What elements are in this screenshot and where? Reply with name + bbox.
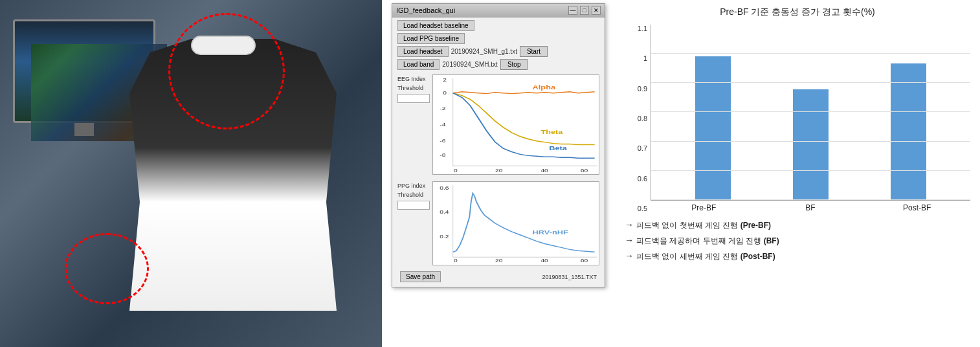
svg-text:40: 40 [540, 258, 548, 263]
arrow-icon-1: → [625, 218, 634, 233]
load-ppg-baseline-button[interactable]: Load PPG baseline [397, 33, 465, 44]
svg-text:60: 60 [581, 168, 588, 174]
x-label-pre-bf: Pre-BF [651, 203, 757, 212]
photo-section [0, 0, 382, 347]
eeg-index-row: EEG Index [397, 76, 430, 82]
minimize-button[interactable]: — [568, 6, 577, 15]
bar-group-bf [762, 25, 860, 200]
bar-post-bf [891, 63, 926, 200]
eeg-threshold-row: Threshold [397, 85, 430, 91]
legend-item-3: → 피드백 없이 세번째 게임 진행 (Post-BF) [625, 249, 970, 264]
y-label-1: 1 [643, 54, 647, 62]
chart-title: Pre-BF 기준 충동성 증가 경고 횟수(%) [625, 6, 970, 18]
svg-text:0: 0 [454, 168, 458, 174]
load-band-row: Load band 20190924_SMH.txt Stop [397, 59, 599, 70]
ppg-threshold-input[interactable] [397, 201, 430, 210]
svg-text:20: 20 [495, 168, 502, 174]
y-label-1.1: 1.1 [638, 25, 647, 32]
load-headset-baseline-row: Load headset baseline [397, 20, 599, 31]
gui-footer: Save path 20190831_1351.TXT [397, 269, 599, 284]
x-label-bf: BF [757, 203, 864, 212]
ppg-threshold-label: Threshold [397, 192, 423, 198]
load-ppg-baseline-row: Load PPG baseline [397, 33, 599, 44]
arrow-icon-2: → [625, 233, 634, 249]
bars-row [651, 25, 970, 201]
svg-text:0: 0 [454, 258, 458, 263]
load-headset-row: Load headset 20190924_SMH_g1.txt Start [397, 46, 599, 57]
head-circle-annotation [168, 13, 285, 129]
right-section: Pre-BF 기준 충동성 증가 경고 횟수(%) 1.1 1 0.9 0.8 … [615, 0, 980, 347]
ppg-index-row: PPG index [397, 183, 430, 189]
ppg-threshold-row: Threshold [397, 192, 430, 198]
monitor-stand [74, 123, 94, 136]
gui-body: Load headset baseline Load PPG baseline … [392, 17, 605, 287]
legend-item-2: → 피드백을 제공하며 두번째 게임 진행 (BF) [625, 233, 970, 249]
start-button[interactable]: Start [520, 46, 548, 57]
ppg-chart: 0.6 0.4 0.2 0 20 40 60 HR [432, 181, 599, 265]
maximize-button[interactable]: □ [580, 6, 589, 15]
eeg-chart: 2 0 -2 -4 -6 -8 0 20 40 60 [432, 74, 599, 175]
bar-bf [793, 89, 829, 200]
stop-button[interactable]: Stop [500, 59, 528, 70]
arrow-icon-3: → [625, 249, 634, 264]
svg-text:-4: -4 [440, 122, 445, 128]
footer-file-label: 20190831_1351.TXT [542, 274, 597, 280]
legend-text-1: 피드백 없이 첫번째 게임 진행 (Pre-BF) [636, 219, 771, 232]
bar-chart-container: 1.1 1 0.9 0.8 0.7 0.6 0.5 [625, 25, 970, 212]
svg-text:2: 2 [443, 77, 447, 83]
load-headset-baseline-button[interactable]: Load headset baseline [397, 20, 474, 31]
y-label-0.8: 0.8 [638, 115, 647, 122]
legend-item-1: → 피드백 없이 첫번째 게임 진행 (Pre-BF) [625, 218, 970, 233]
gui-window: IGD_feedback_gui — □ ✕ Load headset base… [392, 3, 605, 287]
svg-text:-8: -8 [440, 152, 445, 158]
eeg-threshold-input[interactable] [397, 94, 430, 103]
bar-pre-bf [695, 56, 731, 200]
svg-text:0.2: 0.2 [440, 234, 449, 240]
gui-section: IGD_feedback_gui — □ ✕ Load headset base… [382, 0, 615, 347]
x-label-post-bf: Post-BF [863, 203, 970, 212]
y-label-0.6: 0.6 [638, 175, 647, 183]
svg-text:0.6: 0.6 [440, 185, 449, 191]
eeg-threshold-label: Threshold [397, 85, 423, 91]
gui-title-controls: — □ ✕ [568, 6, 601, 15]
load-band-button[interactable]: Load band [397, 59, 440, 70]
load-headset-button[interactable]: Load headset [397, 46, 449, 57]
svg-text:20: 20 [495, 258, 502, 263]
gui-titlebar: IGD_feedback_gui — □ ✕ [392, 4, 605, 17]
y-label-0.7: 0.7 [638, 144, 647, 152]
legend-text-2: 피드백을 제공하며 두번째 게임 진행 (BF) [636, 234, 779, 247]
eeg-index-label: EEG Index [397, 76, 426, 82]
y-label-0.5: 0.5 [638, 205, 647, 212]
y-axis: 1.1 1 0.9 0.8 0.7 0.6 0.5 [625, 25, 651, 212]
bar-group-pre-bf [664, 25, 762, 200]
ppg-index-label: PPG index [397, 183, 425, 189]
headset-file-label: 20190924_SMH_g1.txt [451, 48, 517, 55]
svg-text:0.4: 0.4 [440, 209, 449, 215]
svg-text:40: 40 [540, 168, 548, 174]
svg-text:Theta: Theta [540, 128, 563, 135]
svg-text:60: 60 [581, 258, 588, 263]
svg-text:-6: -6 [440, 138, 445, 144]
gui-title: IGD_feedback_gui [396, 6, 455, 14]
legend-text-3: 피드백 없이 세번째 게임 진행 (Post-BF) [636, 250, 775, 263]
svg-text:HRV-nHF: HRV-nHF [533, 229, 568, 235]
band-file-label: 20190924_SMH.txt [442, 61, 498, 68]
chart-area: Pre-BF BF Post-BF [651, 25, 970, 212]
svg-text:-2: -2 [440, 106, 445, 111]
y-label-0.9: 0.9 [638, 85, 647, 93]
svg-text:Beta: Beta [549, 145, 567, 151]
legend-text: → 피드백 없이 첫번째 게임 진행 (Pre-BF) → 피드백을 제공하며 … [625, 218, 970, 263]
hand-circle-annotation [65, 233, 149, 304]
svg-text:0: 0 [443, 90, 447, 96]
bar-group-post-bf [860, 25, 957, 200]
close-button[interactable]: ✕ [592, 6, 601, 15]
save-path-button[interactable]: Save path [400, 271, 441, 282]
svg-text:Alpha: Alpha [533, 84, 556, 90]
